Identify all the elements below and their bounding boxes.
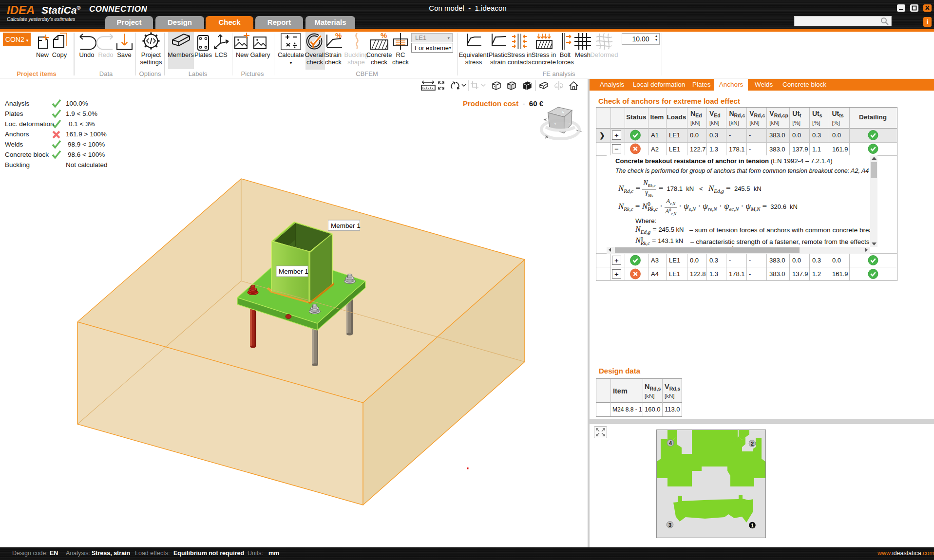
svg-text:Member 1: Member 1 <box>331 222 361 229</box>
svg-text:Member 1: Member 1 <box>279 268 308 275</box>
svg-text:4: 4 <box>669 440 672 446</box>
svg-text:1: 1 <box>751 523 754 528</box>
svg-text:%: % <box>381 32 387 39</box>
svg-text:2: 2 <box>751 441 754 447</box>
svg-text:%: % <box>335 32 342 39</box>
svg-text:ˇY: ˇY <box>553 122 556 126</box>
svg-text:ˌ: ˌ <box>569 120 570 124</box>
svg-text:3: 3 <box>668 522 671 528</box>
svg-text:↳: ↳ <box>562 111 565 114</box>
